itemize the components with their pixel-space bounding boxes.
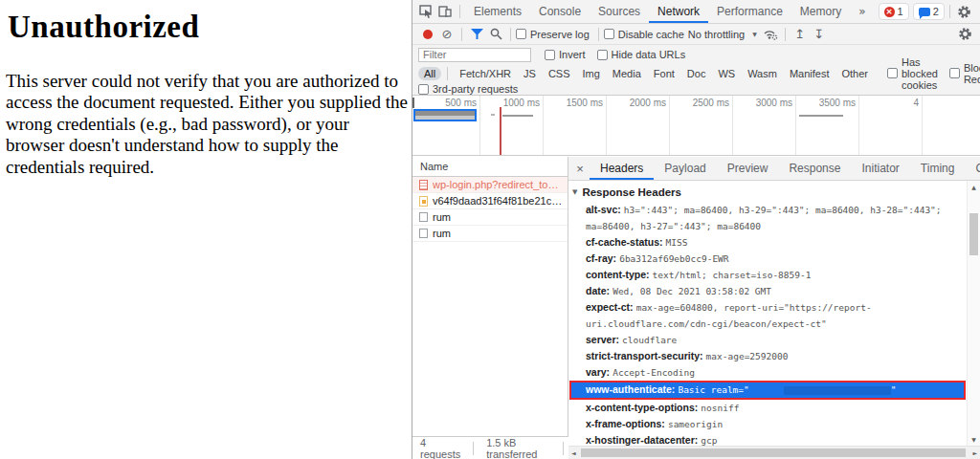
- name-column-header[interactable]: Name: [412, 157, 568, 177]
- request-row[interactable]: wp-login.php?redirect_to=htt...: [412, 177, 568, 193]
- request-name: wp-login.php?redirect_to=htt...: [433, 179, 568, 190]
- timeline-tick: 4: [859, 96, 923, 155]
- type-filter-css[interactable]: CSS: [543, 67, 576, 80]
- third-party-checkbox[interactable]: [418, 84, 429, 95]
- tab-performance[interactable]: Performance: [708, 0, 791, 23]
- header-value: cloudflare: [622, 335, 677, 345]
- details-tab-headers[interactable]: Headers: [590, 157, 654, 180]
- header-value: 6ba312af69eb0cc9-EWR: [619, 253, 728, 264]
- type-filter-manifest[interactable]: Manifest: [784, 67, 835, 80]
- inspect-element-icon[interactable]: [416, 0, 435, 23]
- header-name: server:: [586, 334, 619, 345]
- response-header-row[interactable]: content-type: text/html; charset=iso-885…: [568, 267, 967, 283]
- scroll-right-icon[interactable]: ►: [972, 449, 977, 456]
- issues-badge[interactable]: 2: [913, 3, 945, 20]
- blocked-requests-checkbox[interactable]: [949, 68, 960, 78]
- file-icon: [419, 229, 428, 238]
- script-file-icon: [419, 196, 428, 207]
- timeline-tick: 2000 ms: [607, 96, 670, 155]
- response-header-row[interactable]: date: Wed, 08 Dec 2021 03:58:02 GMT: [568, 283, 967, 299]
- network-settings-gear-icon[interactable]: [955, 24, 974, 44]
- vertical-scrollbar-thumb[interactable]: [969, 213, 978, 255]
- details-tab-cookies[interactable]: Cookies: [965, 157, 980, 180]
- response-header-row[interactable]: cf-cache-status: MISS: [568, 234, 967, 251]
- response-header-row[interactable]: strict-transport-security: max-age=25920…: [568, 348, 967, 364]
- error-document-icon: [419, 180, 428, 190]
- scroll-left-icon[interactable]: ◄: [571, 449, 576, 456]
- devtools-tabbar: ElementsConsoleSourcesNetworkPerformance…: [412, 0, 980, 24]
- request-row[interactable]: rum: [412, 209, 568, 226]
- disable-cache-checkbox[interactable]: [604, 29, 614, 39]
- device-toolbar-icon[interactable]: [435, 0, 455, 23]
- more-tabs-icon[interactable]: »: [850, 0, 874, 23]
- response-header-row[interactable]: alt-svc: h3=":443"; ma=86400, h3-29=":44…: [568, 202, 967, 234]
- type-filter-media[interactable]: Media: [607, 67, 647, 80]
- section-title-text: Response Headers: [582, 186, 681, 198]
- clear-icon[interactable]: ⊘: [437, 24, 457, 44]
- overview-selection-bar[interactable]: [413, 109, 477, 121]
- request-row[interactable]: rum: [412, 226, 568, 242]
- response-header-row[interactable]: www-authenticate: Basic realm="": [569, 381, 966, 400]
- request-count: 4 requests: [420, 437, 468, 459]
- response-headers-section[interactable]: ▼ Response Headers: [568, 181, 967, 202]
- tab-console[interactable]: Console: [530, 0, 590, 23]
- hide-data-urls-checkbox[interactable]: [597, 50, 608, 60]
- scroll-up-icon[interactable]: ▲: [968, 184, 980, 190]
- issues-count: 2: [933, 6, 939, 17]
- kebab-menu-icon[interactable]: ⋮: [974, 0, 980, 23]
- details-tab-response[interactable]: Response: [778, 157, 851, 180]
- preserve-log-checkbox[interactable]: [516, 29, 526, 39]
- chevron-down-icon[interactable]: ▼: [752, 31, 757, 37]
- type-filter-other[interactable]: Other: [835, 67, 874, 80]
- tab-elements[interactable]: Elements: [465, 0, 530, 23]
- record-icon[interactable]: [418, 24, 437, 44]
- has-blocked-cookies-checkbox[interactable]: [887, 68, 898, 78]
- tab-sources[interactable]: Sources: [590, 0, 649, 23]
- type-filter-fetch-xhr[interactable]: Fetch/XHR: [454, 67, 517, 80]
- type-filter-img[interactable]: Img: [577, 67, 606, 80]
- import-har-icon[interactable]: ↧: [810, 24, 829, 44]
- horizontal-scrollbar[interactable]: ◄ ►: [568, 446, 980, 459]
- type-filter-doc[interactable]: Doc: [681, 67, 712, 80]
- tab-memory[interactable]: Memory: [791, 0, 850, 23]
- search-icon[interactable]: [486, 24, 505, 44]
- request-row[interactable]: v64f9daad31f64f81be21cbef6...: [412, 193, 568, 209]
- response-header-row[interactable]: x-content-type-options: nosniff: [568, 400, 967, 416]
- type-filter-wasm[interactable]: Wasm: [742, 67, 783, 80]
- details-tab-preview[interactable]: Preview: [717, 157, 779, 180]
- console-errors-badge[interactable]: ✕ 1: [879, 3, 909, 20]
- type-filter-font[interactable]: Font: [648, 67, 680, 80]
- response-header-row[interactable]: vary: Accept-Encoding: [568, 364, 967, 381]
- response-header-row[interactable]: x-frame-options: sameorigin: [568, 416, 967, 432]
- tab-network[interactable]: Network: [649, 0, 708, 23]
- header-name: alt-svc:: [586, 204, 621, 215]
- settings-gear-icon[interactable]: [955, 0, 974, 23]
- details-tab-initiator[interactable]: Initiator: [851, 157, 909, 180]
- type-filter-ws[interactable]: WS: [712, 67, 741, 80]
- type-filter-all[interactable]: All: [418, 67, 441, 80]
- request-name: rum: [433, 228, 455, 239]
- filter-input[interactable]: [418, 48, 531, 62]
- export-har-icon[interactable]: ↥: [791, 24, 810, 44]
- timeline-tick: 1500 ms: [544, 96, 607, 155]
- network-conditions-icon[interactable]: [761, 24, 780, 44]
- type-filter-js[interactable]: JS: [518, 67, 542, 80]
- response-header-row[interactable]: cf-ray: 6ba312af69eb0cc9-EWR: [568, 251, 967, 267]
- response-header-row[interactable]: expect-ct: max-age=604800, report-uri="h…: [568, 299, 967, 332]
- close-details-icon[interactable]: ×: [570, 162, 590, 176]
- header-name: x-content-type-options:: [586, 402, 698, 413]
- network-toolbar: ⊘ Preserve log Disable cache No throttli…: [412, 24, 980, 45]
- invert-checkbox[interactable]: [545, 50, 555, 60]
- vertical-scrollbar[interactable]: ▲ ▼: [967, 181, 980, 446]
- header-name: expect-ct:: [586, 301, 634, 313]
- horizontal-scrollbar-thumb[interactable]: [581, 448, 966, 457]
- filter-funnel-icon[interactable]: [467, 24, 486, 44]
- throttling-select[interactable]: No throttling: [688, 29, 745, 40]
- details-tab-payload[interactable]: Payload: [654, 157, 716, 180]
- scroll-down-icon[interactable]: ▼: [968, 436, 980, 443]
- response-header-row[interactable]: server: cloudflare: [568, 332, 967, 348]
- response-header-row[interactable]: x-hostinger-datacenter: gcp: [568, 432, 967, 447]
- timeline-overview[interactable]: 500 ms1000 ms1500 ms2000 ms2500 ms3000 m…: [412, 96, 980, 156]
- details-tab-timing[interactable]: Timing: [910, 157, 966, 180]
- header-value: h3=":443"; ma=86400, h3-29=":443"; ma=86…: [586, 205, 942, 231]
